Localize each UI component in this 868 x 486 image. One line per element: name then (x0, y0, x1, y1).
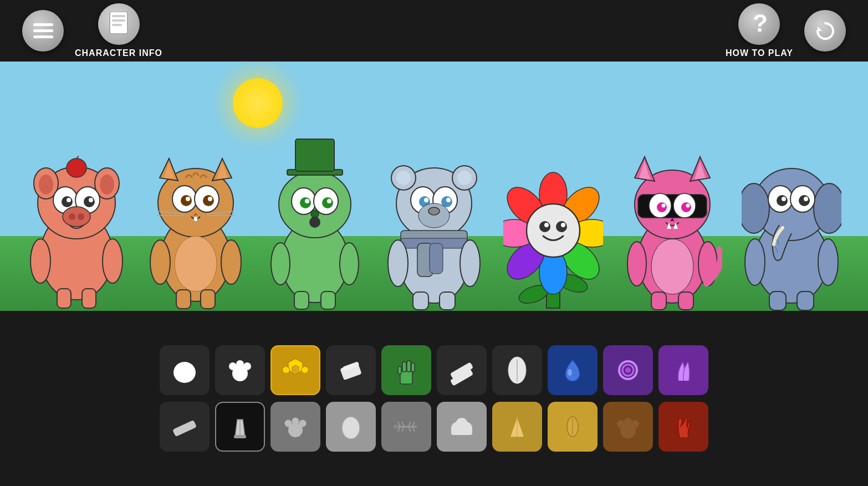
svg-point-170 (292, 418, 299, 425)
svg-rect-26 (82, 289, 96, 308)
svg-rect-155 (411, 363, 415, 372)
character-info-button[interactable] (98, 3, 140, 45)
svg-point-18 (84, 196, 95, 207)
svg-point-78 (424, 198, 428, 202)
svg-point-135 (782, 197, 786, 201)
svg-point-130 (814, 183, 841, 233)
item-egg[interactable] (326, 402, 376, 452)
svg-point-81 (428, 207, 440, 215)
svg-point-192 (617, 420, 625, 428)
character-info-button-group: CHARACTER INFO (75, 3, 162, 58)
item-claw[interactable] (658, 345, 708, 395)
item-seed[interactable] (548, 402, 598, 452)
item-knife[interactable] (215, 402, 265, 452)
svg-point-50 (221, 240, 241, 284)
characters-group (0, 122, 868, 311)
svg-point-38 (203, 195, 214, 206)
svg-rect-137 (769, 291, 786, 310)
svg-point-58 (300, 197, 311, 208)
character-cat[interactable] (146, 122, 246, 311)
reset-button-group (804, 10, 846, 52)
bottom-bar (0, 311, 868, 486)
svg-point-22 (69, 213, 75, 220)
svg-point-28 (103, 239, 122, 283)
item-fishbone[interactable] (381, 402, 431, 452)
item-paw[interactable] (215, 345, 265, 395)
item-honeycomb[interactable] (270, 345, 320, 395)
svg-point-134 (799, 195, 810, 206)
svg-point-63 (309, 217, 320, 228)
svg-point-105 (561, 223, 565, 227)
svg-point-49 (150, 240, 170, 284)
svg-rect-4 (112, 15, 125, 17)
svg-point-140 (818, 239, 838, 285)
svg-rect-156 (398, 366, 401, 374)
item-bearpaw[interactable] (603, 402, 653, 452)
svg-point-61 (327, 199, 331, 203)
svg-point-39 (186, 197, 190, 201)
character-info-label: CHARACTER INFO (75, 48, 162, 58)
svg-point-104 (544, 223, 549, 227)
svg-point-161 (568, 369, 572, 376)
svg-point-136 (804, 197, 808, 201)
svg-point-116 (657, 202, 667, 212)
item-apple[interactable] (160, 345, 210, 395)
character-flower[interactable] (503, 122, 603, 311)
svg-point-88 (388, 240, 408, 287)
svg-rect-124 (678, 292, 693, 310)
item-horn[interactable] (492, 402, 542, 452)
svg-point-20 (89, 198, 93, 202)
item-snail[interactable] (603, 345, 653, 395)
svg-rect-166 (234, 435, 246, 438)
top-left-group: CHARACTER INFO (22, 3, 162, 58)
svg-rect-85 (430, 243, 443, 274)
item-waterdrop[interactable] (548, 345, 598, 395)
svg-rect-87 (440, 292, 455, 310)
character-bear[interactable] (384, 122, 484, 311)
reset-button[interactable] (804, 10, 846, 52)
character-elephant[interactable] (742, 122, 841, 311)
svg-point-27 (30, 239, 50, 283)
character-pig[interactable] (27, 122, 126, 311)
svg-point-182 (394, 424, 398, 429)
svg-point-193 (624, 418, 632, 426)
menu-button[interactable] (22, 10, 64, 52)
svg-point-40 (208, 197, 212, 201)
svg-rect-152 (400, 371, 412, 384)
svg-point-13 (39, 175, 53, 195)
item-feather[interactable] (492, 345, 542, 395)
how-to-play-label: HOW TO PLAY (726, 48, 793, 58)
how-to-play-button[interactable]: ? (738, 3, 780, 45)
svg-point-59 (322, 197, 333, 208)
svg-point-172 (342, 417, 360, 439)
item-green-hand[interactable] (381, 345, 431, 395)
item-cloud[interactable] (437, 402, 487, 452)
svg-point-67 (340, 243, 359, 285)
svg-point-107 (651, 239, 693, 294)
character-pinkcat[interactable] (622, 122, 722, 311)
item-bandage[interactable] (437, 345, 487, 395)
item-deer[interactable] (658, 402, 708, 452)
svg-point-119 (686, 204, 690, 208)
svg-point-133 (777, 195, 788, 206)
svg-point-37 (181, 195, 192, 206)
how-to-play-button-group: ? HOW TO PLAY (726, 3, 793, 58)
svg-rect-64 (294, 291, 309, 309)
item-eraser[interactable] (160, 402, 210, 452)
svg-point-102 (539, 221, 550, 232)
svg-rect-48 (201, 290, 215, 309)
item-paw-gray[interactable] (270, 402, 320, 452)
svg-text:?: ? (753, 11, 768, 37)
svg-point-73 (457, 171, 472, 185)
svg-rect-123 (651, 292, 666, 310)
svg-rect-0 (33, 23, 53, 26)
svg-rect-86 (413, 292, 428, 310)
svg-rect-165 (172, 420, 197, 437)
svg-point-118 (662, 204, 666, 208)
character-turtle[interactable] (265, 122, 365, 311)
svg-marker-148 (283, 366, 289, 374)
svg-point-164 (625, 367, 631, 373)
svg-point-194 (631, 420, 639, 428)
svg-point-171 (299, 420, 307, 427)
item-scroll[interactable] (326, 345, 376, 395)
